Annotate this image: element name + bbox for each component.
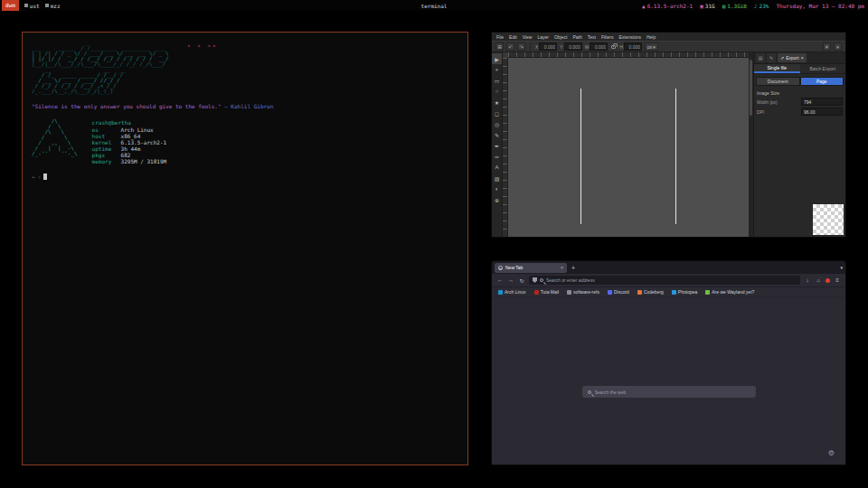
toolbar-overflow-icon[interactable]: ▾	[834, 42, 842, 51]
tool-node-icon[interactable]: ⌖	[492, 64, 502, 75]
tag-mzz-icon	[45, 4, 49, 7]
menu-button[interactable]: ≡	[834, 277, 841, 283]
bookmark-item[interactable]: Arch Linux	[498, 289, 526, 295]
home-button[interactable]: ⌂	[815, 277, 822, 283]
tool-pen-icon[interactable]: ✒	[492, 140, 502, 151]
tag-ust[interactable]: ust	[24, 3, 40, 9]
tool-rect-icon[interactable]: ▭	[492, 75, 502, 86]
tool-spiral-icon[interactable]: ◎	[492, 118, 502, 129]
snap-controls-icon[interactable]: #	[823, 42, 831, 51]
tool-gradient-icon[interactable]: ▨	[492, 173, 502, 183]
bookmark-item[interactable]: software-refs	[567, 289, 599, 295]
inkscape-window: File Edit View Layer Object Path Text Fi…	[491, 32, 846, 238]
bookmark-item[interactable]: Are we Wayland yet?	[705, 289, 754, 295]
units-dropdown[interactable]: px ▾	[645, 42, 658, 51]
menu-extensions[interactable]: Extensions	[619, 34, 641, 40]
scope-page-button[interactable]: Page	[800, 77, 844, 86]
undo-icon[interactable]: ↶	[506, 42, 514, 51]
lock-ratio-icon[interactable]	[611, 45, 616, 49]
export-dpi-row: DPI	[754, 107, 845, 117]
export-width-input[interactable]	[801, 98, 843, 106]
shell-prompt[interactable]: ~ ›	[32, 174, 458, 180]
search-icon	[540, 278, 543, 282]
tool-zoom-icon[interactable]: ⊕	[492, 194, 502, 205]
w-label: W	[585, 44, 590, 50]
disk-value: 31G	[705, 3, 715, 9]
extension-icon[interactable]	[826, 278, 830, 283]
tool-pencil-icon[interactable]: ✎	[492, 129, 502, 140]
fetch-row: kernel6.13.5-arch2-1	[92, 139, 167, 145]
tool-dropper-icon[interactable]: ◐	[492, 183, 502, 194]
tool-calligraphy-icon[interactable]: ✑	[492, 151, 502, 162]
menu-filters[interactable]: Filters	[601, 34, 614, 40]
close-tab-icon[interactable]: ×	[561, 265, 563, 270]
quote-line: "Silence is the only answer you should g…	[32, 103, 458, 109]
menu-object[interactable]: Object	[554, 34, 567, 40]
kernel-icon: ▲	[642, 3, 646, 9]
chevron-down-icon: ▾	[653, 44, 656, 50]
fetch-row: hostx86_64	[92, 133, 167, 139]
workspace-badge[interactable]: dwm	[2, 0, 19, 11]
new-tab-button[interactable]: +	[570, 265, 577, 271]
tab-single-file[interactable]: Single file	[754, 64, 800, 73]
export-icon: ↗	[780, 55, 784, 61]
menu-help[interactable]: Help	[646, 34, 656, 40]
menu-view[interactable]: View	[523, 34, 533, 40]
x-input[interactable]	[539, 42, 557, 51]
dock-tab-layers-icon[interactable]: ▤	[756, 53, 765, 62]
web-search-input[interactable]	[595, 389, 750, 395]
search-icon	[588, 390, 591, 394]
menu-file[interactable]: File	[496, 34, 504, 40]
close-icon[interactable]: ×	[801, 55, 804, 61]
tool-3dbox-icon[interactable]: ◻	[492, 108, 502, 118]
h-input[interactable]	[624, 42, 642, 51]
dock-tab-fillstroke-icon[interactable]: ✎	[767, 53, 776, 62]
bookmark-item[interactable]: Codeberg	[637, 289, 664, 295]
menu-edit[interactable]: Edit	[509, 34, 517, 40]
back-button[interactable]: ←	[496, 277, 504, 283]
canvas-area[interactable]	[503, 52, 749, 237]
dock-tab-export[interactable]: ↗ Export ×	[778, 53, 807, 62]
menu-text[interactable]: Text	[588, 34, 596, 40]
bookmark-item[interactable]: Discord	[608, 289, 629, 295]
canvas[interactable]	[508, 58, 749, 237]
tool-select-icon[interactable]: ▶	[492, 53, 502, 64]
favicon	[608, 290, 612, 295]
menu-layer[interactable]: Layer	[537, 34, 549, 40]
favicon	[637, 290, 642, 295]
url-bar[interactable]	[529, 276, 800, 285]
scope-document-button[interactable]: Document	[756, 77, 800, 86]
favicon	[672, 290, 676, 295]
bookmark-item[interactable]: Tuta Mail	[534, 289, 559, 295]
reload-button[interactable]: ↻	[518, 277, 525, 284]
export-dpi-input[interactable]	[801, 108, 843, 116]
tag-mzz[interactable]: mzz	[45, 3, 61, 9]
redo-icon[interactable]: ↷	[517, 42, 525, 51]
shield-icon[interactable]	[533, 277, 537, 283]
tool-text-icon[interactable]: A	[492, 162, 502, 173]
disk-icon: ▣	[700, 3, 703, 9]
forward-button[interactable]: →	[507, 277, 514, 283]
selection-options-icon[interactable]: ⊞	[495, 42, 504, 51]
bookmark-item[interactable]: Photopea	[672, 289, 697, 295]
tab-new-tab[interactable]: New Tab ×	[495, 263, 567, 273]
w-input[interactable]	[590, 42, 608, 51]
tool-ellipse-icon[interactable]: ○	[492, 86, 502, 97]
list-tabs-icon[interactable]: ▾	[840, 265, 843, 270]
scrollbar-handle[interactable]	[750, 60, 752, 116]
fetch-output: /\ / \ /\ \ / \ / ,, \ / | | -\ /_-'' ''…	[32, 118, 458, 164]
tab-batch-export[interactable]: Batch Export	[800, 64, 846, 73]
url-input[interactable]	[546, 277, 797, 283]
web-search-box[interactable]	[582, 386, 756, 398]
menu-path[interactable]: Path	[572, 34, 581, 40]
downloads-button[interactable]: ↓	[804, 277, 811, 283]
export-scope-buttons: Document Page	[754, 74, 845, 88]
new-tab-page: ⚙	[492, 297, 845, 465]
fetch-row: pkgs682	[92, 152, 167, 158]
tool-star-icon[interactable]: ★	[492, 97, 502, 108]
gear-icon[interactable]: ⚙	[828, 449, 835, 457]
y-label: Y	[560, 44, 562, 50]
clock: Thursday, Mar 13 — 02:40 pm	[776, 3, 864, 9]
favicon	[534, 290, 539, 295]
y-input[interactable]	[564, 42, 582, 51]
